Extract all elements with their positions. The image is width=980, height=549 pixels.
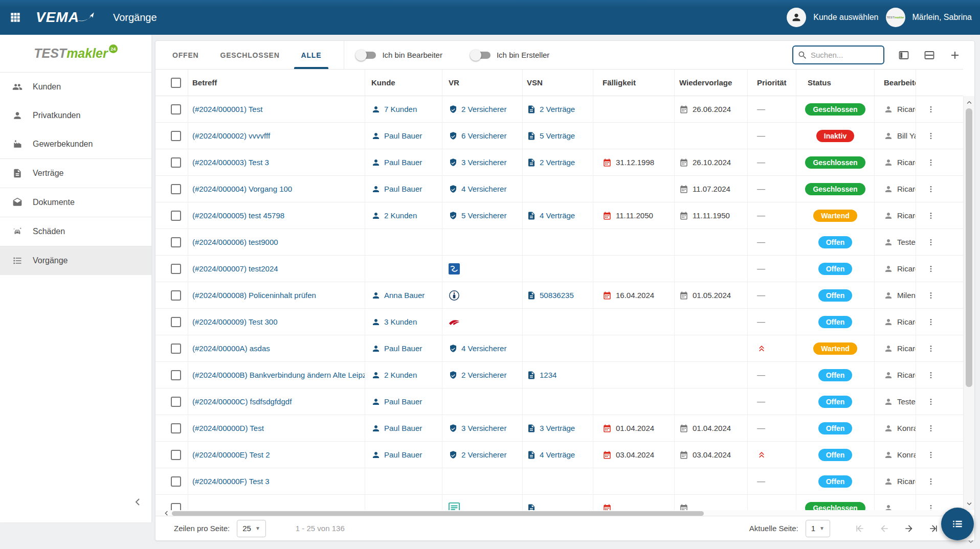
kunde-link[interactable]: Paul Bauer [384, 131, 422, 140]
col-header-faelligkeit[interactable]: Fälligkeit [593, 70, 675, 96]
betreff-link[interactable]: (#2024/00000D) Test [192, 424, 264, 432]
sidebar-item-schaeden[interactable]: Schäden [0, 217, 151, 246]
row-checkbox[interactable] [171, 370, 181, 380]
vertical-scrollbar[interactable] [963, 96, 974, 510]
row-checkbox[interactable] [171, 237, 181, 247]
search-input[interactable] [811, 51, 877, 59]
betreff-link[interactable]: (#2024/000002) vvvvfff [192, 131, 270, 140]
sidebar-item-privatkunden[interactable]: Privatkunden [0, 101, 151, 130]
tab-alle[interactable]: ALLE [301, 41, 322, 69]
col-header-vr[interactable]: VR [442, 70, 523, 96]
row-checkbox[interactable] [171, 344, 181, 354]
ich-bin-ersteller-toggle[interactable] [471, 52, 491, 59]
row-checkbox[interactable] [171, 157, 181, 168]
kunde-link[interactable]: 2 Kunden [384, 211, 417, 220]
vsn-link[interactable]: 3 Verträge [540, 424, 575, 432]
row-checkbox[interactable] [171, 397, 181, 407]
list-fab-button[interactable] [941, 508, 974, 540]
kunde-link[interactable]: Paul Bauer [384, 158, 422, 167]
betreff-link[interactable]: (#2024/00000F) Test 3 [192, 477, 270, 486]
user-avatar[interactable]: TESTmakler [886, 8, 905, 27]
vsn-link[interactable]: 4 Verträge [540, 211, 575, 220]
vr-link[interactable]: 3 Versicherer [461, 158, 506, 167]
row-checkbox[interactable] [171, 104, 181, 115]
vr-link[interactable]: 6 Versicherer [461, 131, 506, 140]
row-checkbox[interactable] [171, 184, 181, 194]
sidebar-item-vorgaenge[interactable]: Vorgänge [0, 246, 151, 275]
kunde-link[interactable]: 2 Kunden [384, 371, 417, 379]
row-menu-button[interactable] [926, 477, 936, 486]
row-checkbox[interactable] [171, 476, 181, 487]
scroll-down-icon[interactable] [965, 500, 973, 508]
page-scroll-down-icon[interactable] [967, 538, 975, 546]
vr-link[interactable]: 5 Versicherer [461, 211, 506, 220]
select-customer-button[interactable]: Kunde auswählen [813, 13, 878, 22]
col-header-wiedervorlage[interactable]: Wiedervorlage [675, 70, 748, 96]
row-checkbox[interactable] [171, 503, 181, 511]
sidebar-item-dokumente[interactable]: Dokumente [0, 188, 151, 217]
current-page-select[interactable]: 1 ▼ [806, 520, 830, 537]
first-page-icon[interactable] [855, 523, 865, 534]
row-menu-button[interactable] [926, 450, 936, 460]
row-menu-button[interactable] [926, 158, 936, 167]
select-customer-avatar[interactable] [787, 8, 806, 27]
col-header-vsn[interactable]: VSN [523, 70, 593, 96]
betreff-link[interactable]: (#2024/000008) Policeninhalt prüfen [192, 291, 316, 300]
row-checkbox[interactable] [171, 264, 181, 274]
add-icon[interactable] [949, 49, 961, 61]
sidebar-collapse-button[interactable] [132, 496, 144, 508]
view-columns-icon[interactable] [898, 49, 910, 61]
apps-grid-button[interactable] [4, 6, 27, 29]
kunde-link[interactable]: 7 Kunden [384, 105, 417, 113]
vsn-link[interactable]: 5 Verträge [540, 131, 575, 140]
vertical-scrollbar-thumb[interactable] [966, 108, 972, 387]
vsn-link[interactable]: 2 Verträge [540, 158, 575, 167]
vr-link[interactable]: 4 Versicherer [461, 344, 506, 353]
betreff-link[interactable]: (#2024/000009) Test 300 [192, 317, 278, 326]
sidebar-item-kunden[interactable]: Kunden [0, 73, 151, 101]
kunde-link[interactable]: Paul Bauer [384, 185, 422, 193]
col-header-betreff[interactable]: Betreff [188, 70, 365, 96]
kunde-link[interactable]: 3 Kunden [384, 317, 417, 326]
kunde-link[interactable]: Paul Bauer [384, 397, 422, 406]
row-menu-button[interactable] [926, 105, 936, 114]
row-checkbox[interactable] [171, 290, 181, 301]
row-menu-button[interactable] [926, 397, 936, 406]
vsn-link[interactable]: 2 Verträge [540, 105, 575, 113]
vr-link[interactable]: 3 Versicherer [461, 424, 506, 432]
tab-geschlossen[interactable]: GESCHLOSSEN [220, 41, 279, 69]
row-checkbox[interactable] [171, 317, 181, 327]
horizontal-scrollbar-thumb[interactable] [172, 511, 704, 516]
kunde-link[interactable]: Paul Bauer [384, 344, 422, 353]
vsn-link[interactable]: 1234 [540, 371, 556, 379]
vr-link[interactable]: 4 Versicherer [461, 185, 506, 193]
row-menu-button[interactable] [926, 344, 936, 353]
kunde-link[interactable]: Paul Bauer [384, 424, 422, 432]
betreff-link[interactable]: (#2024/00000E) Test 2 [192, 450, 270, 459]
row-menu-button[interactable] [926, 291, 936, 300]
row-menu-button[interactable] [926, 211, 936, 220]
select-all-checkbox[interactable] [171, 78, 181, 88]
tab-offen[interactable]: OFFEN [172, 41, 198, 69]
betreff-link[interactable]: (#2024/000006) test9000 [192, 238, 278, 246]
vema-logo[interactable]: VEMA [36, 9, 96, 26]
row-menu-button[interactable] [926, 424, 936, 433]
row-menu-button[interactable] [926, 264, 936, 273]
vr-link[interactable]: 2 Versicherer [461, 450, 506, 459]
kunde-link[interactable]: Anna Bauer [384, 291, 425, 300]
row-menu-button[interactable] [926, 185, 936, 194]
row-checkbox[interactable] [171, 131, 181, 141]
sidebar-item-vertraege[interactable]: Verträge [0, 159, 151, 188]
scroll-up-icon[interactable] [965, 98, 973, 106]
col-header-status[interactable]: Status [796, 70, 875, 96]
col-header-bearbeiter[interactable]: Bearbeiter [875, 70, 916, 96]
col-header-kunde[interactable]: Kunde [365, 70, 442, 96]
view-rows-icon[interactable] [923, 49, 936, 61]
col-header-prioritaet[interactable]: Priorität [748, 70, 796, 96]
row-menu-button[interactable] [926, 317, 936, 327]
user-name[interactable]: Märlein, Sabrina [912, 13, 972, 22]
kunde-link[interactable]: Paul Bauer [384, 450, 422, 459]
vsn-link[interactable]: 50836235 [540, 291, 574, 300]
betreff-link[interactable]: (#2024/00000C) fsdfsdgfdgdf [192, 397, 292, 406]
vsn-link[interactable]: 4 Verträge [540, 450, 575, 459]
